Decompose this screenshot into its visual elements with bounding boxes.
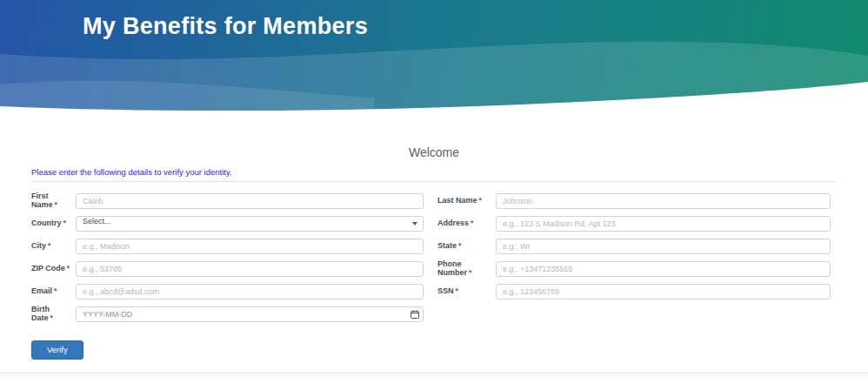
ssn-row: SSN* xyxy=(437,284,831,300)
last-name-input[interactable] xyxy=(496,193,831,209)
country-row: Country* Select... xyxy=(31,216,424,232)
caret-down-icon xyxy=(412,222,417,226)
country-select[interactable]: Select... xyxy=(76,216,424,232)
first-name-row: First Name* xyxy=(31,193,424,209)
last-name-row: Last Name* xyxy=(437,193,831,209)
country-label: Country* xyxy=(31,219,76,228)
state-row: State* xyxy=(437,239,831,254)
calendar-icon[interactable] xyxy=(411,310,419,319)
address-label: Address* xyxy=(437,219,496,228)
required-asterisk: * xyxy=(469,268,472,277)
address-input[interactable] xyxy=(496,216,831,232)
welcome-heading: Welcome xyxy=(0,113,868,159)
state-label: State* xyxy=(437,242,496,251)
state-input[interactable] xyxy=(496,239,831,254)
footer-divider xyxy=(0,373,868,377)
email-label: Email* xyxy=(31,287,76,296)
email-row: Email* xyxy=(31,284,424,300)
address-row: Address* xyxy=(437,216,831,232)
zip-code-row: ZIP Code* xyxy=(31,261,424,277)
ssn-label: SSN* xyxy=(437,287,496,296)
form-column-left: First Name* Country* Select... City* ZIP… xyxy=(31,193,424,360)
required-asterisk: * xyxy=(471,219,474,227)
birth-date-label: Birth Date* xyxy=(31,306,76,323)
required-asterisk: * xyxy=(458,241,462,250)
first-name-label: First Name* xyxy=(31,192,76,210)
app-title: My Benefits for Members xyxy=(83,13,368,40)
first-name-input[interactable] xyxy=(76,193,424,209)
required-asterisk: * xyxy=(456,286,459,295)
section-divider xyxy=(31,181,837,182)
required-asterisk: * xyxy=(63,219,67,227)
form-column-right: Last Name* Address* State* Phone Number*… xyxy=(437,193,831,360)
required-asterisk: * xyxy=(55,200,58,209)
city-label: City* xyxy=(31,242,76,251)
phone-number-input[interactable] xyxy=(496,261,831,277)
identity-instruction-text: Please enter the following details to ve… xyxy=(31,167,837,177)
required-asterisk: * xyxy=(479,196,483,205)
phone-number-label: Phone Number* xyxy=(437,260,496,278)
birth-date-row: Birth Date* xyxy=(31,306,424,322)
phone-number-row: Phone Number* xyxy=(437,261,831,277)
required-asterisk: * xyxy=(67,264,70,273)
required-asterisk: * xyxy=(48,241,51,250)
ssn-input[interactable] xyxy=(496,284,831,300)
zip-code-input[interactable] xyxy=(76,261,424,277)
city-row: City* xyxy=(31,239,424,254)
zip-code-label: ZIP Code* xyxy=(31,265,76,273)
birth-date-input[interactable] xyxy=(76,306,424,322)
verify-button[interactable]: Verify xyxy=(31,340,83,360)
email-input[interactable] xyxy=(76,284,424,300)
city-input[interactable] xyxy=(76,239,424,254)
identity-verification-form: First Name* Country* Select... City* ZIP… xyxy=(31,193,831,360)
required-asterisk: * xyxy=(54,286,57,295)
header-banner: My Benefits for Members xyxy=(0,0,868,113)
required-asterisk: * xyxy=(50,313,54,322)
last-name-label: Last Name* xyxy=(437,197,496,205)
